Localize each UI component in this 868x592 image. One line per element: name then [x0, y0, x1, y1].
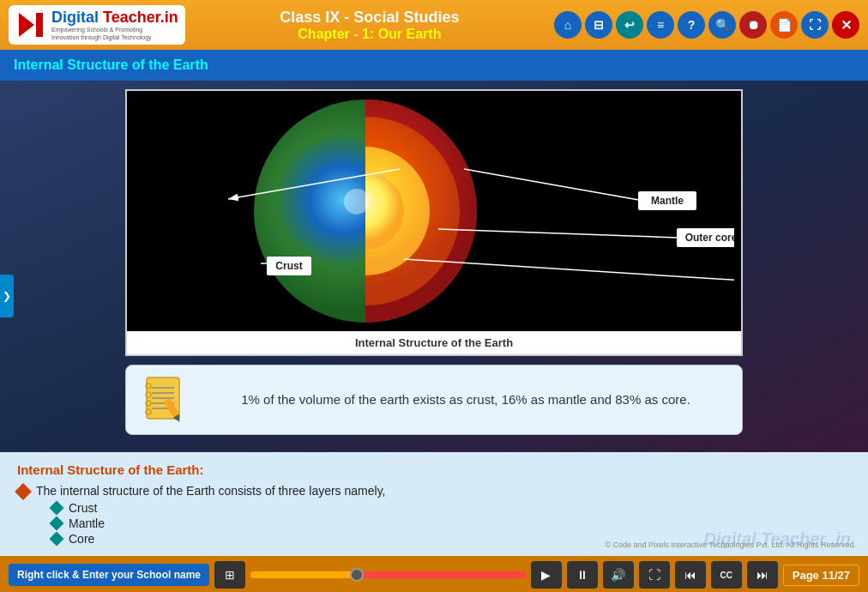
pause-icon: ⏸: [576, 568, 588, 582]
logo-sub1: Empowering Schools & Promoting: [51, 27, 178, 33]
teal-bullet-crust: [50, 501, 64, 516]
diagram-image-area: Mantle Outer core Inner core Crust: [127, 91, 741, 331]
prev-icon: ⏮: [684, 568, 696, 582]
layer-mantle-label: Mantle: [69, 516, 105, 530]
layer-item-crust: Crust: [51, 501, 851, 515]
layer-crust-label: Crust: [69, 501, 97, 515]
svg-text:Crust: Crust: [275, 260, 302, 272]
svg-point-11: [344, 189, 370, 214]
school-name-label: Right click & Enter your School name: [17, 569, 201, 581]
back-icon-btn[interactable]: ↩: [616, 11, 643, 39]
svg-text:Outer core: Outer core: [685, 232, 734, 244]
next-icon: ⏭: [756, 568, 769, 582]
page-indicator: Page 11/27: [783, 565, 859, 586]
section-title-bar: Internal Structure of the Earth: [0, 50, 868, 81]
teal-bullet-core: [50, 532, 64, 547]
diagram-caption: Internal Structure of the Earth: [127, 331, 741, 354]
main-list-item: The internal structure of the Earth cons…: [17, 484, 851, 498]
search-icon-btn[interactable]: 🔍: [708, 11, 736, 39]
bookmark-icon-btn[interactable]: ⊟: [585, 11, 612, 39]
logo-area: Digital Teacher.in Empowering Schools & …: [9, 5, 185, 45]
play-icon: ▶: [541, 568, 551, 582]
header-title: Class IX - Social Studies: [185, 9, 554, 27]
diagram-container: Mantle Outer core Inner core Crust Inter…: [125, 89, 743, 356]
volume-btn[interactable]: 🔊: [603, 561, 634, 589]
header-center: Class IX - Social Studies Chapter - 1: O…: [185, 9, 554, 42]
svg-text:Mantle: Mantle: [651, 195, 684, 207]
layer-item-mantle: Mantle: [51, 516, 851, 530]
bottom-section-title: Internal Structure of the Earth:: [17, 462, 851, 477]
logo-title: Digital Teacher.in: [51, 9, 178, 27]
header-icons: ⌂ ⊟ ↩ ≡ ? 🔍 ⏺ 📄 ⛶ ✕: [554, 11, 859, 39]
docs-icon-btn[interactable]: 📄: [770, 11, 798, 39]
header: Digital Teacher.in Empowering Schools & …: [0, 0, 868, 50]
layers-list: Crust Mantle Core: [51, 501, 851, 546]
progress-track[interactable]: [250, 571, 526, 578]
layer-core-label: Core: [69, 532, 94, 546]
main-content: Mantle Outer core Inner core Crust Inter…: [0, 81, 868, 452]
header-subtitle: Chapter - 1: Our Earth: [185, 27, 554, 42]
home-icon-btn[interactable]: ⌂: [554, 11, 582, 39]
arrow-icon: ❯: [3, 290, 11, 302]
prev-btn[interactable]: ⏮: [675, 561, 706, 589]
fullscreen-icon-btn[interactable]: ⛶: [801, 11, 829, 39]
volume-icon: 🔊: [611, 568, 625, 582]
help-icon-btn[interactable]: ?: [678, 11, 705, 39]
logo-sub2: Innovation through Digital Technology: [51, 34, 178, 41]
svg-rect-2: [36, 13, 43, 37]
menu-icon-btn[interactable]: ≡: [647, 11, 674, 39]
caption-btn[interactable]: CC: [711, 561, 742, 589]
school-name-btn[interactable]: Right click & Enter your School name: [9, 564, 209, 586]
logo-text: Digital Teacher.in Empowering Schools & …: [51, 9, 178, 41]
note-text: 1% of the volume of the earth exists as …: [203, 390, 728, 410]
footer-toolbar: Right click & Enter your School name ⊞ ▶…: [0, 556, 868, 592]
progress-fill: [250, 571, 360, 578]
logo-dotin: .in: [160, 9, 178, 26]
next-btn[interactable]: ⏭: [747, 561, 778, 589]
grid-icon: ⊞: [225, 568, 235, 582]
pause-btn[interactable]: ⏸: [567, 561, 598, 589]
caption-icon: CC: [720, 571, 732, 580]
screen-btn[interactable]: ⛶: [639, 561, 670, 589]
screen-icon: ⛶: [648, 568, 660, 582]
note-icon: [140, 374, 191, 426]
main-point-text: The internal structure of the Earth cons…: [36, 484, 385, 498]
note-box: 1% of the volume of the earth exists as …: [125, 365, 743, 435]
logo-digital: Digital: [51, 9, 99, 26]
record-icon-btn[interactable]: ⏺: [739, 11, 767, 39]
earth-diagram-svg: Mantle Outer core Inner core Crust: [134, 92, 734, 330]
progress-area: [250, 571, 526, 578]
play-btn[interactable]: ▶: [531, 561, 562, 589]
diamond-bullet: [15, 483, 32, 500]
grid-view-btn[interactable]: ⊞: [214, 561, 245, 589]
teal-bullet-mantle: [50, 516, 64, 531]
side-nav-arrow[interactable]: ❯: [0, 275, 14, 317]
copyright-text: © Code and Pixels Interactive Technologi…: [605, 541, 856, 549]
close-icon-btn[interactable]: ✕: [832, 11, 859, 39]
section-title-text: Internal Structure of the Earth: [14, 57, 208, 73]
bottom-section: Internal Structure of the Earth: The int…: [0, 452, 868, 556]
progress-thumb: [350, 568, 364, 582]
